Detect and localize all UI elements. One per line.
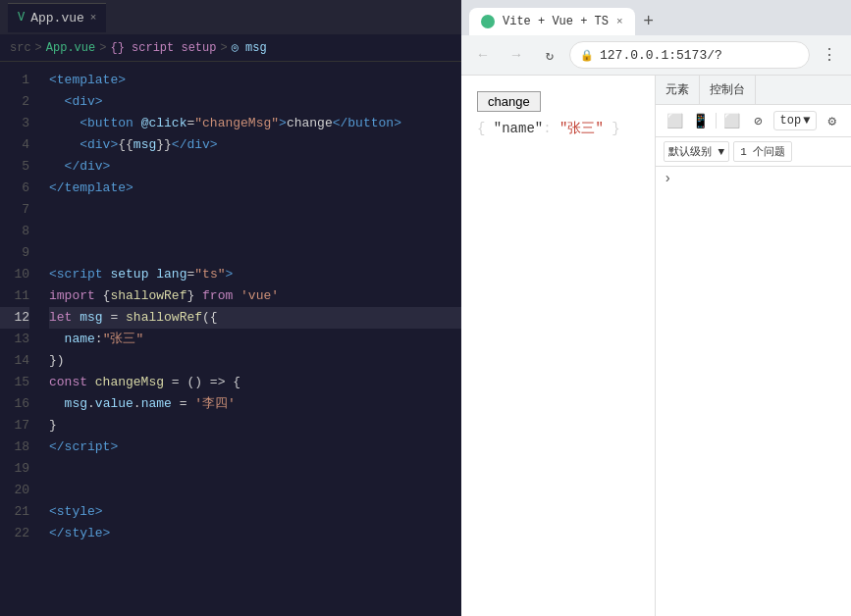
code-line-12-active: let msg = shallowRef({ xyxy=(49,307,461,329)
code-line-4: <div>{{msg}}</div> xyxy=(49,134,461,156)
ln-20: 20 xyxy=(0,480,29,501)
breadcrumb: src > App.vue > {} script setup > ◎ msg xyxy=(0,34,461,62)
bc-arrow3: > xyxy=(220,41,227,55)
filter-level-label: 默认级别 xyxy=(668,146,712,158)
ln-8: 8 xyxy=(0,221,29,242)
code-line-16: msg.value.name = '李四' xyxy=(49,393,461,415)
vue-tab-icon: V xyxy=(18,11,25,25)
ln-9: 9 xyxy=(0,242,29,264)
filter-level-arrow: ▼ xyxy=(718,146,725,158)
ln-18: 18 xyxy=(0,436,29,458)
breadcrumb-msg[interactable]: ◎ msg xyxy=(232,40,267,55)
devtools-tab-console[interactable]: 控制台 xyxy=(700,76,756,104)
browser-page: change { "name": "张三" } xyxy=(461,76,655,616)
breadcrumb-file[interactable]: App.vue xyxy=(46,41,95,55)
ln-7: 7 xyxy=(0,199,29,221)
code-line-7 xyxy=(49,199,461,221)
address-bar[interactable]: 🔒 127.0.0.1:5173/? xyxy=(569,41,810,69)
breadcrumb-src: src xyxy=(10,41,31,55)
ln-16: 16 xyxy=(0,393,29,415)
devtools-toolbar: ⬜ 📱 ⬜ ⊘ top ▼ ⚙ xyxy=(656,105,851,137)
devtools-tabs: 元素 控制台 xyxy=(656,76,851,105)
issue-count-badge: 1 个问题 xyxy=(733,141,792,162)
secure-icon: 🔒 xyxy=(580,49,594,62)
sidebar-icon-btn[interactable]: ⬜ xyxy=(720,109,743,132)
ln-6: 6 xyxy=(0,178,29,199)
ln-14: 14 xyxy=(0,350,29,372)
code-content[interactable]: <template> <div> <button @click="changeM… xyxy=(39,62,461,616)
tab-label: App.vue xyxy=(30,11,84,26)
toolbar-separator xyxy=(716,113,717,128)
ln-12-active: 12 xyxy=(0,307,29,329)
ln-10: 10 xyxy=(0,264,29,285)
browser-menu-button[interactable]: ⋮ xyxy=(816,41,843,69)
code-line-14: }) xyxy=(49,350,461,372)
json-value-name: "张三" xyxy=(559,121,604,136)
code-line-22: </style> xyxy=(49,523,461,544)
back-button[interactable]: ← xyxy=(469,41,497,69)
ln-4: 4 xyxy=(0,134,29,156)
code-line-18: </script> xyxy=(49,436,461,458)
device-icon-btn[interactable]: 📱 xyxy=(690,109,713,132)
code-line-19 xyxy=(49,458,461,480)
json-brace-close: } xyxy=(604,121,620,136)
code-line-2: <div> xyxy=(49,91,461,113)
json-key-name: "name" xyxy=(494,121,543,136)
code-line-15: const changeMsg = () => { xyxy=(49,372,461,393)
browser-chrome: Vite + Vue + TS × + ← → ↻ 🔒 127.0.0.1:51… xyxy=(461,0,851,76)
json-output: { "name": "张三" } xyxy=(477,120,639,137)
chevron-right-icon[interactable]: › xyxy=(664,171,671,186)
inspect-icon-btn[interactable]: ⬜ xyxy=(664,109,686,132)
json-colon: : xyxy=(543,121,559,136)
devtools-body: › xyxy=(656,167,851,616)
breadcrumb-script[interactable]: {} script setup xyxy=(110,41,216,55)
code-line-20 xyxy=(49,480,461,501)
ln-19: 19 xyxy=(0,458,29,480)
code-line-1: <template> xyxy=(49,70,461,91)
change-button[interactable]: change xyxy=(477,91,541,112)
browser-tab-vite[interactable]: Vite + Vue + TS × xyxy=(469,8,635,35)
ln-5: 5 xyxy=(0,156,29,178)
devtools-filter: 默认级别 ▼ 1 个问题 xyxy=(656,137,851,167)
browser-panel: Vite + Vue + TS × + ← → ↻ 🔒 127.0.0.1:51… xyxy=(461,0,851,616)
code-line-5: </div> xyxy=(49,156,461,178)
filter-level-select[interactable]: 默认级别 ▼ xyxy=(664,141,729,162)
devtools-tab-elements[interactable]: 元素 xyxy=(656,76,700,104)
browser-tabs-bar: Vite + Vue + TS × + xyxy=(461,0,851,35)
json-brace-open: { xyxy=(477,121,494,136)
browser-tab-close-btn[interactable]: × xyxy=(616,16,623,27)
code-area: 1 2 3 4 5 6 7 8 9 10 11 12 13 14 15 16 1… xyxy=(0,62,461,616)
code-line-8 xyxy=(49,221,461,242)
settings-icon-btn[interactable]: ⚙ xyxy=(821,109,843,132)
code-line-11: import {shallowRef} from 'vue' xyxy=(49,285,461,307)
top-arrow: ▼ xyxy=(803,114,810,128)
forward-button[interactable]: → xyxy=(503,41,530,69)
code-line-17: } xyxy=(49,415,461,436)
code-line-9 xyxy=(49,242,461,264)
ln-17: 17 xyxy=(0,415,29,436)
ln-3: 3 xyxy=(0,113,29,134)
ln-2: 2 xyxy=(0,91,29,113)
app-vue-tab[interactable]: V App.vue × xyxy=(8,3,106,32)
ban-icon-btn[interactable]: ⊘ xyxy=(747,109,770,132)
top-dropdown[interactable]: top ▼ xyxy=(773,111,818,130)
top-label: top xyxy=(780,114,802,128)
bc-arrow2: > xyxy=(99,41,106,55)
ln-13: 13 xyxy=(0,329,29,350)
ln-11: 11 xyxy=(0,285,29,307)
line-numbers: 1 2 3 4 5 6 7 8 9 10 11 12 13 14 15 16 1… xyxy=(0,62,39,616)
reload-button[interactable]: ↻ xyxy=(536,41,563,69)
code-line-3: <button @click="changeMsg">change</butto… xyxy=(49,113,461,134)
tab-close-button[interactable]: × xyxy=(90,12,97,24)
ln-1: 1 xyxy=(0,70,29,91)
code-line-13: name:"张三" xyxy=(49,329,461,350)
editor-panel: V App.vue × src > App.vue > {} script se… xyxy=(0,0,461,616)
ln-22: 22 xyxy=(0,523,29,544)
vite-favicon xyxy=(481,15,495,28)
bc-arrow1: > xyxy=(35,41,42,55)
ln-15: 15 xyxy=(0,372,29,393)
new-tab-button[interactable]: + xyxy=(635,8,663,35)
code-line-10: <script setup lang="ts"> xyxy=(49,264,461,285)
code-line-21: <style> xyxy=(49,501,461,523)
browser-tab-label: Vite + Vue + TS xyxy=(503,15,609,28)
